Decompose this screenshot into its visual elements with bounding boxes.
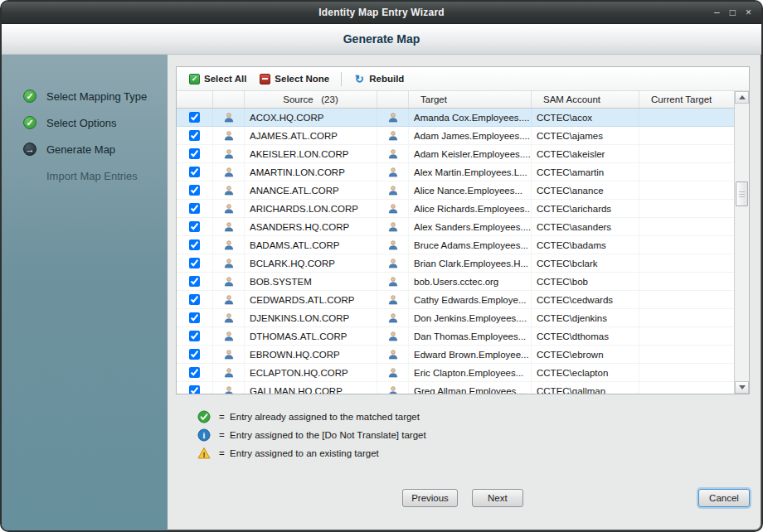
legend-item-matched: = Entry already assigned to the matched …	[197, 408, 750, 426]
target-cell: Don Jenkins.Employees....	[409, 309, 532, 326]
source-cell: ECLAPTON.HQ.CORP	[245, 364, 377, 381]
source-cell: GALLMAN.HQ.CORP	[245, 382, 377, 394]
table-toolbar: Select All Select None Rebuild	[177, 67, 749, 91]
target-user-icon	[387, 112, 399, 123]
table-row[interactable]: BADAMS.ATL.CORP Bruce Adams.Employees...…	[177, 236, 734, 254]
source-user-icon	[223, 385, 235, 394]
row-checkbox[interactable]	[189, 130, 200, 141]
table-row[interactable]: CEDWARDS.ATL.CORP Cathy Edwards.Employe.…	[177, 291, 734, 309]
current-target-cell	[639, 327, 734, 345]
window-title: Identity Map Entry Wizard	[2, 7, 761, 18]
maximize-icon[interactable]: □	[730, 7, 736, 17]
table-row[interactable]: DTHOMAS.ATL.CORP Dan Thomas.Employees...…	[177, 327, 734, 346]
header-source[interactable]: Source (23)	[245, 91, 377, 108]
source-cell: AJAMES.ATL.CORP	[245, 127, 377, 144]
svg-text:i: i	[203, 431, 206, 440]
source-user-icon	[223, 167, 235, 178]
scroll-down-button[interactable]	[735, 381, 749, 394]
row-checkbox[interactable]	[189, 148, 200, 159]
close-icon[interactable]: ×	[746, 7, 751, 17]
sam-account-cell: CCTEC\akeisler	[532, 145, 639, 162]
row-checkbox[interactable]	[189, 167, 200, 177]
table-row[interactable]: ARICHARDS.LON.CORP Alice Richards.Employ…	[177, 200, 734, 218]
current-target-cell	[639, 309, 734, 326]
select-none-button[interactable]: Select None	[254, 71, 335, 87]
scrollbar-thumb[interactable]	[736, 181, 748, 206]
row-checkbox[interactable]	[189, 203, 200, 214]
table-row[interactable]: AJAMES.ATL.CORP Adam James.Employees....…	[177, 127, 734, 145]
source-user-icon	[223, 130, 235, 142]
titlebar[interactable]: Identity Map Entry Wizard – □ ×	[2, 2, 761, 24]
step-current-icon	[23, 143, 36, 156]
target-user-icon	[387, 367, 399, 379]
row-checkbox[interactable]	[189, 112, 200, 123]
source-user-icon	[223, 203, 235, 215]
source-cell: ARICHARDS.LON.CORP	[245, 200, 377, 217]
source-cell: BADAMS.ATL.CORP	[245, 236, 377, 254]
source-cell: DTHOMAS.ATL.CORP	[245, 327, 377, 345]
row-checkbox[interactable]	[189, 239, 200, 250]
toolbar-separator	[341, 72, 342, 86]
info-circle-icon: i	[197, 428, 211, 442]
cancel-button[interactable]: Cancel	[698, 489, 750, 507]
table-row[interactable]: GALLMAN.HQ.CORP Greg Allman.Employees...…	[177, 382, 734, 394]
table-row[interactable]: BCLARK.HQ.CORP Brian Clark.Employees.H..…	[177, 254, 734, 273]
source-user-icon	[223, 367, 235, 379]
target-user-icon	[387, 312, 399, 324]
wizard-window: Identity Map Entry Wizard – □ × Generate…	[0, 0, 763, 532]
table-row[interactable]: ANANCE.ATL.CORP Alice Nance.Employees...…	[177, 181, 734, 200]
table-row[interactable]: ASANDERS.HQ.CORP Alex Sanders.Employees.…	[177, 218, 734, 236]
target-cell: Alex Sanders.Employees....	[409, 218, 532, 235]
row-checkbox[interactable]	[189, 349, 200, 360]
header-target[interactable]: Target	[409, 91, 532, 108]
current-target-cell	[639, 181, 734, 199]
current-target-cell	[639, 382, 734, 394]
row-checkbox[interactable]	[189, 294, 200, 305]
vertical-scrollbar[interactable]	[734, 91, 749, 394]
wizard-header: Generate Map	[2, 24, 761, 55]
source-cell: AKEISLER.LON.CORP	[245, 145, 377, 162]
sam-account-cell: CCTEC\acox	[532, 109, 639, 126]
current-target-cell	[639, 145, 734, 162]
row-checkbox[interactable]	[189, 312, 200, 323]
page-title: Generate Map	[343, 32, 420, 46]
header-sam-account[interactable]: SAM Account	[532, 91, 639, 108]
select-all-button[interactable]: Select All	[183, 71, 252, 87]
table-row[interactable]: DJENKINS.LON.CORP Don Jenkins.Employees.…	[177, 309, 734, 327]
next-button[interactable]: Next	[472, 489, 523, 507]
row-checkbox[interactable]	[189, 367, 200, 378]
row-checkbox[interactable]	[189, 185, 200, 196]
step-complete-icon	[23, 89, 36, 103]
row-checkbox[interactable]	[189, 221, 200, 232]
target-cell: Amanda Cox.Employees....	[409, 109, 532, 126]
row-checkbox[interactable]	[189, 276, 200, 287]
scroll-down-icon	[739, 385, 746, 389]
table-row[interactable]: BOB.SYSTEM bob.Users.cctec.org CCTEC\bob	[177, 273, 734, 291]
rebuild-icon	[353, 73, 365, 85]
target-cell: Adam Keisler.Employees....	[409, 145, 532, 162]
table-row[interactable]: ACOX.HQ.CORP Amanda Cox.Employees.... CC…	[177, 109, 734, 127]
sam-account-cell: CCTEC\ebrown	[532, 346, 639, 363]
current-target-cell	[639, 254, 734, 272]
row-checkbox[interactable]	[189, 385, 200, 394]
table-row[interactable]: ECLAPTON.HQ.CORP Eric Clapton.Employees.…	[177, 364, 734, 382]
scroll-up-button[interactable]	[735, 91, 749, 104]
sam-account-cell: CCTEC\eclapton	[532, 364, 639, 381]
table-row[interactable]: AKEISLER.LON.CORP Adam Keisler.Employees…	[177, 145, 734, 163]
step-complete-icon	[23, 116, 36, 129]
source-user-icon	[223, 258, 235, 269]
minimize-icon[interactable]: –	[714, 7, 720, 17]
header-current-target[interactable]: Current Target	[639, 91, 734, 108]
row-checkbox[interactable]	[189, 331, 200, 341]
previous-button[interactable]: Previous	[402, 489, 458, 507]
row-checkbox[interactable]	[189, 258, 200, 268]
step-label: Generate Map	[46, 143, 115, 156]
target-cell: Greg Allman.Employees....	[409, 382, 532, 394]
table-row[interactable]: AMARTIN.LON.CORP Alex Martin.Employees.L…	[177, 163, 734, 181]
scrollbar-track[interactable]	[735, 104, 749, 381]
table-row[interactable]: EBROWN.HQ.CORP Edward Brown.Employee... …	[177, 346, 734, 364]
sam-account-cell: CCTEC\dthomas	[532, 327, 639, 345]
sam-account-cell: CCTEC\djenkins	[532, 309, 639, 326]
rebuild-button[interactable]: Rebuild	[347, 70, 410, 87]
wizard-footer: Previous Next Cancel	[176, 489, 750, 507]
